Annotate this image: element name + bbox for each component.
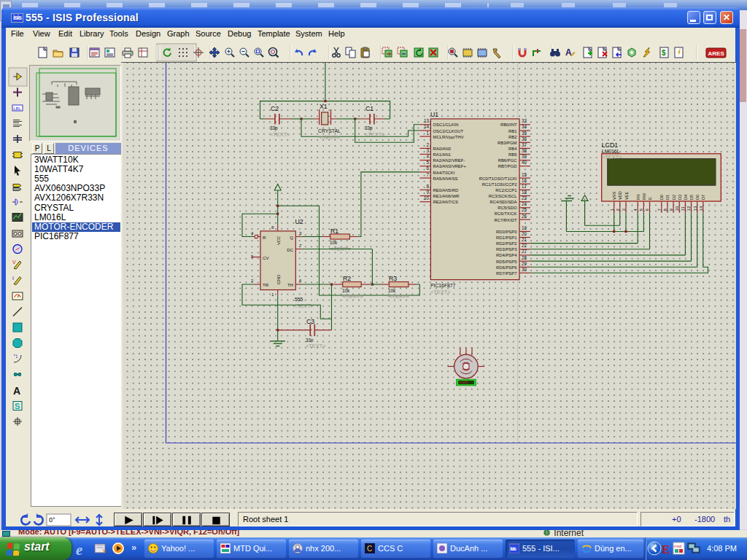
svg-text:22: 22 xyxy=(522,243,527,248)
svg-text:5: 5 xyxy=(426,160,429,165)
svg-text:20: 20 xyxy=(522,231,527,236)
svg-text:0.000: 0.000 xyxy=(460,381,468,384)
svg-text:RE1/AN6/WR: RE1/AN6/WR xyxy=(433,194,460,198)
svg-text:10k: 10k xyxy=(388,288,396,293)
svg-text:RD5/PSP5: RD5/PSP5 xyxy=(496,260,517,264)
svg-text:RC4/SDI/SDA: RC4/SDI/SDA xyxy=(490,200,517,204)
svg-text:X1: X1 xyxy=(320,103,328,110)
svg-text:26: 26 xyxy=(522,214,527,219)
svg-text:<TEXT>: <TEXT> xyxy=(294,303,314,309)
svg-text:<TEXT>: <TEXT> xyxy=(389,293,409,300)
svg-text:28: 28 xyxy=(522,255,527,260)
svg-text:10: 10 xyxy=(674,206,679,211)
svg-text:RA4/T0CKI: RA4/T0CKI xyxy=(433,171,455,175)
svg-text:555: 555 xyxy=(295,297,303,302)
svg-text:14: 14 xyxy=(424,124,430,129)
svg-text:I: I xyxy=(12,276,14,281)
svg-text:2: 2 xyxy=(426,142,429,147)
svg-text:isis: isis xyxy=(510,546,516,551)
svg-text:mtd: mtd xyxy=(674,544,681,548)
svg-text:D3: D3 xyxy=(678,195,682,200)
svg-text:15: 15 xyxy=(522,172,527,177)
svg-text:29: 29 xyxy=(522,261,527,266)
svg-text:A: A xyxy=(13,385,20,397)
svg-text:RB3/PGM: RB3/PGM xyxy=(498,141,517,145)
svg-text:R2: R2 xyxy=(343,275,351,282)
svg-text:RC3/SCK/SCL: RC3/SCK/SCL xyxy=(489,194,517,198)
svg-text:33p: 33p xyxy=(270,125,278,131)
svg-text:1: 1 xyxy=(426,131,429,136)
svg-text:7: 7 xyxy=(426,172,429,177)
svg-text:E: E xyxy=(662,542,670,556)
svg-text:33n: 33n xyxy=(306,338,314,343)
svg-text:LBL: LBL xyxy=(13,106,21,111)
svg-text:RB6/PGC: RB6/PGC xyxy=(498,158,518,163)
svg-text:13: 13 xyxy=(692,206,697,211)
svg-text:9: 9 xyxy=(426,190,429,195)
svg-text:V: V xyxy=(12,260,16,265)
svg-text:16: 16 xyxy=(522,178,527,183)
svg-text:D7: D7 xyxy=(701,195,705,200)
svg-text:18: 18 xyxy=(522,190,527,195)
svg-text:VSS: VSS xyxy=(612,192,616,200)
svg-text:DC: DC xyxy=(287,247,293,252)
svg-text:RC7/RX/DT: RC7/RX/DT xyxy=(494,218,516,222)
svg-text:14: 14 xyxy=(698,206,703,211)
svg-text:ARES: ARES xyxy=(708,50,725,57)
svg-text:<TEXT>: <TEXT> xyxy=(320,134,340,141)
svg-text:R1: R1 xyxy=(330,228,338,235)
svg-text:8: 8 xyxy=(426,184,429,189)
svg-text:Q: Q xyxy=(290,235,293,240)
svg-text:12: 12 xyxy=(686,206,691,211)
svg-text:6: 6 xyxy=(644,209,649,211)
svg-text:U2: U2 xyxy=(295,218,303,225)
svg-text:OSC2/CLKOUT: OSC2/CLKOUT xyxy=(433,129,464,133)
svg-text:34: 34 xyxy=(522,124,527,129)
svg-text:17: 17 xyxy=(522,184,527,189)
svg-text:10k: 10k xyxy=(342,288,350,293)
svg-text:LM016L: LM016L xyxy=(602,149,620,154)
svg-text:4: 4 xyxy=(426,154,429,159)
svg-text:RA3/AN3/VREF+: RA3/AN3/VREF+ xyxy=(433,164,467,168)
svg-text:RC6/TX/CK: RC6/TX/CK xyxy=(495,211,517,216)
svg-text:A: A xyxy=(565,47,572,58)
svg-text:RD4/PSP4: RD4/PSP4 xyxy=(496,253,517,257)
svg-text:D6: D6 xyxy=(695,195,700,200)
svg-text:C1: C1 xyxy=(365,105,374,112)
svg-text:TR: TR xyxy=(263,282,269,287)
svg-text:23: 23 xyxy=(522,195,527,201)
svg-text:21: 21 xyxy=(522,237,527,242)
svg-text:RB7/PGD: RB7/PGD xyxy=(498,164,517,168)
svg-text:33: 33 xyxy=(522,118,527,123)
svg-text:RD3/PSP3: RD3/PSP3 xyxy=(496,247,517,252)
svg-text:VCC: VCC xyxy=(276,236,281,245)
svg-text:11: 11 xyxy=(680,206,685,211)
svg-text:$: $ xyxy=(662,49,666,57)
svg-text:D4: D4 xyxy=(684,195,688,200)
svg-text:RE0/AN5/RD: RE0/AN5/RD xyxy=(433,188,459,192)
svg-text:RC2/CCP1: RC2/CCP1 xyxy=(495,188,516,192)
svg-text:»: » xyxy=(131,542,136,553)
svg-text:10: 10 xyxy=(424,195,430,201)
svg-text:RB5: RB5 xyxy=(508,152,517,157)
svg-text:MCLR/Vpp/THV: MCLR/Vpp/THV xyxy=(433,135,464,139)
svg-text:38: 38 xyxy=(522,148,527,153)
svg-text:C3: C3 xyxy=(306,318,314,325)
svg-text:TH: TH xyxy=(287,282,293,287)
svg-text:E: E xyxy=(648,197,652,200)
svg-text:0°: 0° xyxy=(49,516,55,524)
svg-text:RD6/PSP6: RD6/PSP6 xyxy=(496,265,517,270)
svg-text:19: 19 xyxy=(522,225,527,230)
svg-text:10k: 10k xyxy=(330,240,338,245)
svg-text:RA0/AN0: RA0/AN0 xyxy=(433,147,452,151)
svg-text:D2: D2 xyxy=(672,195,676,200)
svg-text:CV: CV xyxy=(263,255,269,260)
svg-text:3: 3 xyxy=(426,148,429,153)
svg-text:RB4: RB4 xyxy=(508,147,517,151)
svg-text:e: e xyxy=(76,541,82,559)
svg-text:RC5/SDO: RC5/SDO xyxy=(498,206,517,210)
svg-text:RW: RW xyxy=(642,192,646,200)
svg-text:39: 39 xyxy=(522,154,527,159)
svg-text:RD7/PSP7: RD7/PSP7 xyxy=(496,271,516,276)
svg-text:36: 36 xyxy=(522,136,527,141)
